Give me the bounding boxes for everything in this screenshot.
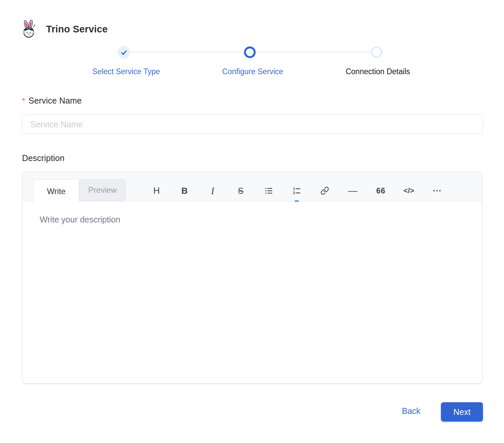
link-icon[interactable] (319, 185, 330, 196)
editor-body (22, 201, 482, 384)
quote-icon[interactable]: 66 (375, 185, 387, 196)
step-label-select-service-type[interactable]: Select Service Type (92, 67, 160, 76)
tab-preview[interactable]: Preview (79, 179, 126, 201)
step-indicator-select-service-type[interactable] (117, 46, 130, 59)
code-icon[interactable]: </> (403, 185, 415, 196)
more-icon[interactable]: ••• (431, 185, 443, 196)
editor-toolbar: H B I S 1 2 (151, 185, 443, 201)
service-name-input[interactable] (22, 115, 483, 134)
back-button[interactable]: Back (402, 406, 421, 416)
editor-header: Write Preview H B I S (22, 172, 482, 201)
numbered-list-icon[interactable]: 1 2 (291, 185, 302, 196)
italic-icon[interactable]: I (207, 185, 218, 196)
step-indicator-configure-service[interactable] (244, 46, 256, 58)
svg-text:1: 1 (293, 187, 295, 191)
description-label: Description (22, 153, 64, 163)
strikethrough-icon[interactable]: S (235, 185, 246, 196)
service-name-label: *Service Name (22, 96, 82, 106)
stepper-connector-1 (124, 51, 250, 52)
heading-icon[interactable]: H (151, 185, 162, 196)
service-header: Trino Service (21, 19, 108, 39)
add-service-wizard-page: Trino Service Select Service Type Config… (0, 0, 504, 443)
step-indicator-connection-details[interactable] (371, 46, 383, 58)
bullet-list-icon[interactable] (263, 185, 274, 196)
editor-tabs: Write Preview (33, 179, 126, 201)
required-asterisk: * (22, 96, 25, 105)
stepper-connector-2 (250, 51, 376, 52)
service-name-label-text: Service Name (29, 96, 82, 105)
description-editor: Write Preview H B I S (22, 172, 482, 384)
tab-write[interactable]: Write (33, 179, 79, 203)
svg-text:2: 2 (293, 191, 295, 195)
tooltip-arrow-artifact (295, 200, 299, 202)
step-label-configure-service[interactable]: Configure Service (222, 67, 283, 76)
horizontal-rule-icon[interactable]: — (347, 185, 358, 196)
step-label-connection-details[interactable]: Connection Details (345, 67, 410, 76)
wizard-stepper: Select Service Type Configure Service Co… (0, 0, 504, 80)
page-title: Trino Service (46, 24, 108, 35)
check-icon (120, 49, 128, 56)
bold-icon[interactable]: B (179, 185, 190, 196)
next-button[interactable]: Next (441, 402, 483, 422)
description-textarea[interactable] (22, 201, 482, 384)
trino-bunny-logo-icon (21, 19, 37, 39)
